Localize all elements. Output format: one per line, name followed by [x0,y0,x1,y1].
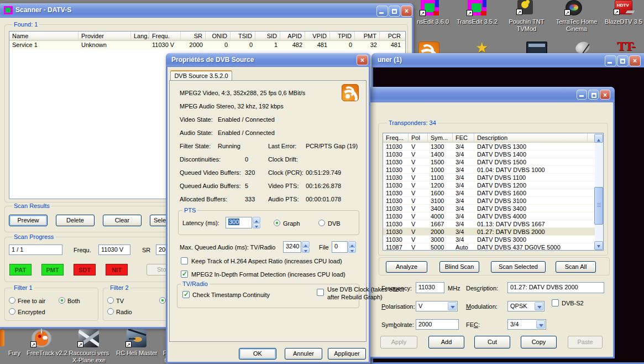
graph-radio[interactable] [274,220,280,226]
audio-state-value: Enabled / Connected [218,129,275,136]
pts-label: PTS [182,207,197,214]
dialog-title: Propriétés de DVB Source [171,56,254,64]
filter-state-value: Running [218,143,240,149]
graph-label[interactable]: Graph [283,220,300,227]
allocated-buffers-value: 333 [245,196,255,202]
dvb-radio[interactable] [318,220,325,226]
mpeg2-indepth-label[interactable]: MPEG2 In-Depth Format Detection (increas… [191,271,345,278]
ok-button[interactable]: OK [239,348,276,360]
video-state-value: Enabled / Connected [218,116,275,123]
allocated-buffers-label: Allocated Buffers: [180,196,227,202]
video-pts-value: 00:16:26.878 [306,183,341,189]
audio-pts-label: Audio PTS: [268,196,299,202]
discontinuities-value: 0 [245,156,248,163]
file-ms-field[interactable]: 0 [332,241,348,253]
last-error-value: PCR/PTS Gap (19) [306,143,358,149]
use-dvb-clock-label-line1[interactable]: Use DVB Clock (takes effect [327,286,404,293]
use-dvb-clock-checkbox[interactable] [317,289,324,296]
dvbsource-icon [342,84,359,101]
dvb-label[interactable]: DVB [328,220,341,227]
queued-audio-buffers-label: Queued Audio Buffers: [180,183,241,189]
latency-label: Latency (ms): [182,220,219,226]
filter-state-label: Filter State: [180,143,211,149]
tv-radio-ms-field[interactable]: 3240 [283,241,301,253]
tvradio-label: TV/Radio [181,280,210,287]
h264-aspect-label[interactable]: Keep Track of H.264 Aspect Ratio (increa… [191,258,342,264]
file-label: File [319,244,329,251]
cancel-button[interactable]: Annuler [285,348,322,360]
mpeg2-indepth-checkbox[interactable] [181,271,188,278]
audio-state-label: Audio State: [180,129,213,136]
check-timestamp-checkbox[interactable] [182,291,190,298]
video-pts-label: Video PTS: [268,183,299,189]
latency-spinner[interactable] [253,217,260,228]
check-timestamp-label[interactable]: Check Timestamp Continuity [192,292,270,298]
video-info: MPEG2 Video, 4:3, 352x288, 25 fps 0,6 MB… [180,90,305,96]
queued-audio-buffers-value: 5 [245,183,248,189]
queued-video-buffers-value: 320 [245,169,255,176]
tv-radio-ms-spinner[interactable] [302,241,310,253]
clock-pcr-value: 00:51:29.749 [306,169,341,176]
audio-pts-value: 00:00:01.078 [306,196,341,202]
last-error-label: Last Error: [268,143,296,149]
file-ms-spinner[interactable] [348,241,356,253]
discontinuities-label: Discontinuities: [180,156,221,163]
clock-pcr-label: Clock (PCR): [268,169,303,176]
max-queued-audio-label: Max. Queued Audio (ms): TV/Radio [180,244,275,251]
tab-dvb-source[interactable]: DVB Source 3.5.2.0 [170,70,232,81]
latency-field[interactable]: 300 [226,217,252,228]
audio-info: MPEG Audio Stereo, 32 khz, 192 kbps [180,103,284,110]
close-button[interactable]: × [357,55,368,65]
h264-aspect-checkbox[interactable] [181,257,188,264]
apply-button[interactable]: Appliquer [328,348,366,360]
queued-video-buffers-label: Queued Video Buffers: [180,169,241,176]
clock-drift-label: Clock Drift: [268,156,298,163]
desktop: ↗ nsEdit 3.6.0 ↗ TransEdit 3.5.2 ↗ Pouch… [0,0,644,364]
video-state-label: Video State: [180,116,213,123]
use-dvb-clock-label-line2[interactable]: after Rebuild Graph) [327,294,383,300]
